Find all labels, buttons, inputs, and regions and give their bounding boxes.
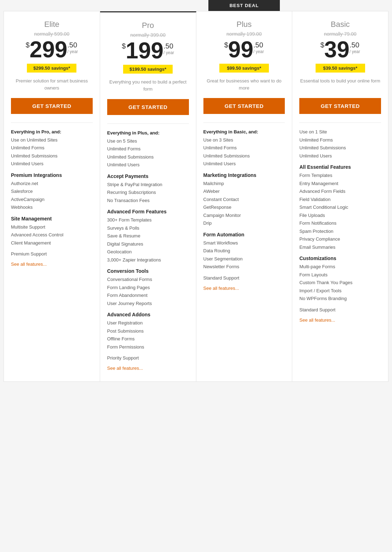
feature-item-basic-0: Use on 1 Site <box>299 128 381 136</box>
price-main-elite: 299 <box>30 38 68 61</box>
feature-item-plus-12: Form Automation <box>203 232 285 237</box>
price-year-plus: / year <box>253 49 264 54</box>
feature-item-pro-24: Offline Forms <box>107 335 189 343</box>
original-price-elite: normally 599.00 <box>11 31 93 37</box>
pricing-columns: Elitenormally 599.00$299.50/ year$299.50… <box>4 11 388 382</box>
divider-basic <box>299 122 381 123</box>
feature-item-plus-0: Everything in Basic, and: <box>203 128 285 136</box>
price-year-pro: / year <box>163 50 174 55</box>
pricing-wrapper: BEST DEAL Elitenormally 599.00$299.50/ y… <box>0 0 392 392</box>
price-cents-year-elite: .50/ year <box>67 41 78 54</box>
feature-item-pro-2: Unlimited Forms <box>107 145 189 153</box>
feature-item-elite-13: Client Management <box>11 240 93 247</box>
price-dollar-pro: $ <box>122 42 126 50</box>
feature-item-plus-9: GetResponse <box>203 204 285 211</box>
feature-item-plus-14: Data Routing <box>203 247 285 254</box>
feature-item-plus-16: Newsletter Forms <box>203 263 285 270</box>
plan-desc-basic: Essential tools to build your online for… <box>299 77 381 92</box>
best-deal-banner-container: BEST DEAL <box>196 0 292 11</box>
get-started-btn-plus[interactable]: GET STARTED <box>203 98 285 114</box>
feature-item-plus-4: Unlimited Users <box>203 160 285 167</box>
feature-item-basic-10: File Uploads <box>299 212 381 219</box>
price-main-plus: 99 <box>228 38 253 61</box>
feature-item-basic-8: Field Validation <box>299 196 381 203</box>
feature-item-basic-4: All Essential Features <box>299 164 381 170</box>
support-basic: Standard Support <box>299 307 381 312</box>
savings-badge-basic: $39.50 savings* <box>316 64 365 73</box>
price-dollar-plus: $ <box>224 41 228 49</box>
feature-item-plus-6: Mailchimp <box>203 180 285 187</box>
savings-badge-elite: $299.50 savings* <box>27 64 76 73</box>
feature-item-pro-4: Unlimited Users <box>107 161 189 168</box>
plan-name-basic: Basic <box>299 20 381 29</box>
feature-item-plus-2: Unlimited Forms <box>203 144 285 151</box>
feature-item-elite-12: Advanced Access Control <box>11 231 93 238</box>
feature-item-pro-19: Form Abandonment <box>107 292 189 299</box>
feature-item-basic-6: Entry Management <box>299 180 381 187</box>
feature-item-plus-13: Smart Workflows <box>203 240 285 247</box>
feature-item-pro-12: Save & Resume <box>107 232 189 240</box>
feature-item-plus-5: Marketing Integrations <box>203 172 285 178</box>
feature-item-basic-9: Smart Conditional Logic <box>299 204 381 211</box>
feature-item-pro-25: Form Permissions <box>107 344 189 351</box>
feature-item-basic-7: Advanced Form Fields <box>299 188 381 195</box>
col-plus: Plusnormally 199.00$99.50/ year$99.50 sa… <box>196 11 293 381</box>
see-all-plus[interactable]: See all features... <box>203 286 285 291</box>
plan-name-elite: Elite <box>11 20 93 29</box>
divider-elite <box>11 122 93 123</box>
best-deal-banner: BEST DEAL <box>208 0 280 11</box>
feature-item-elite-6: Authorize.net <box>11 180 93 187</box>
support-plus: Standard Support <box>203 275 285 281</box>
see-all-elite[interactable]: See all features... <box>11 261 93 267</box>
feature-item-basic-17: Form Layouts <box>299 271 381 278</box>
feature-item-basic-19: Import / Export Tools <box>299 287 381 294</box>
feature-item-plus-10: Campaign Monitor <box>203 212 285 219</box>
feature-item-elite-11: Multisite Support <box>11 224 93 231</box>
price-dollar-basic: $ <box>320 41 324 49</box>
price-dollar-elite: $ <box>25 41 29 49</box>
price-main-basic: 39 <box>324 38 350 61</box>
feature-item-pro-16: Conversion Tools <box>107 268 189 274</box>
feature-item-basic-13: Privacy Compliance <box>299 236 381 243</box>
get-started-btn-basic[interactable]: GET STARTED <box>299 98 381 114</box>
plan-name-pro: Pro <box>107 21 189 30</box>
price-row-pro: $199.50/ year <box>107 39 189 62</box>
divider-plus <box>203 122 285 123</box>
feature-item-plus-1: Use on 3 Sites <box>203 137 285 144</box>
feature-item-elite-8: ActiveCampaign <box>11 196 93 203</box>
feature-item-pro-0: Everything in Plus, and: <box>107 130 189 137</box>
feature-item-elite-2: Unlimited Forms <box>11 144 93 151</box>
feature-item-pro-15: 3,000+ Zapier Integrations <box>107 257 189 264</box>
price-cents-basic: .50 <box>350 41 359 49</box>
feature-item-pro-9: Advanced Form Features <box>107 209 189 214</box>
get-started-btn-pro[interactable]: GET STARTED <box>107 99 189 115</box>
see-all-pro[interactable]: See all features... <box>107 366 189 371</box>
plan-name-plus: Plus <box>203 20 285 29</box>
feature-item-basic-12: Spam Protection <box>299 228 381 235</box>
feature-item-plus-3: Unlimited Submissions <box>203 153 285 160</box>
price-row-plus: $99.50/ year <box>203 38 285 61</box>
feature-item-pro-18: Form Landing Pages <box>107 284 189 291</box>
feature-item-basic-15: Customizations <box>299 255 381 261</box>
feature-item-pro-14: Geolocation <box>107 248 189 255</box>
feature-item-elite-10: Site Management <box>11 216 93 222</box>
feature-item-pro-11: Surveys & Polls <box>107 225 189 232</box>
plan-desc-elite: Premier solution for smart business owne… <box>11 77 93 92</box>
see-all-basic[interactable]: See all features... <box>299 317 381 323</box>
feature-item-pro-8: No Transaction Fees <box>107 197 189 204</box>
feature-item-basic-20: No WPForms Branding <box>299 295 381 302</box>
original-price-pro: normally 399.00 <box>107 32 189 38</box>
feature-item-basic-3: Unlimited Users <box>299 153 381 160</box>
feature-item-basic-1: Unlimited Forms <box>299 137 381 144</box>
price-cents-plus: .50 <box>253 41 263 49</box>
feature-item-elite-5: Premium Integrations <box>11 172 93 178</box>
get-started-btn-elite[interactable]: GET STARTED <box>11 98 93 114</box>
feature-item-elite-9: Webhooks <box>11 204 93 211</box>
price-year-basic: / year <box>350 49 360 54</box>
support-pro: Priority Support <box>107 355 189 361</box>
original-price-basic: normally 79.00 <box>299 31 381 37</box>
feature-item-basic-16: Multi-page Forms <box>299 263 381 270</box>
feature-item-pro-7: Recurring Subscriptions <box>107 189 189 196</box>
feature-item-basic-2: Unlimited Submissions <box>299 144 381 151</box>
support-elite: Premium Support <box>11 251 93 257</box>
